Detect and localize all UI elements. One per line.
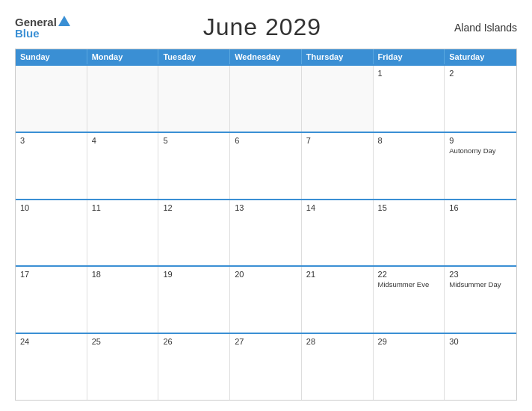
calendar-cell: 15 (374, 200, 445, 266)
calendar-cell: 3 (16, 133, 87, 199)
calendar-cell: 24 (16, 334, 87, 400)
day-number: 16 (449, 203, 512, 212)
calendar-cell: 9Autonomy Day (445, 133, 516, 199)
week-row-2: 3456789Autonomy Day (16, 132, 516, 199)
logo-triangle-icon (58, 16, 70, 26)
calendar-cell: 6 (230, 133, 302, 199)
day-number: 19 (163, 270, 225, 279)
day-number: 9 (449, 136, 512, 145)
calendar-cell: 29 (374, 334, 445, 400)
calendar-cell: 27 (230, 334, 302, 400)
day-number: 10 (20, 203, 82, 212)
calendar-cell: 11 (87, 200, 159, 266)
calendar-cell: 13 (230, 200, 302, 266)
calendar-cell: 20 (230, 267, 302, 333)
day-number: 26 (163, 337, 225, 346)
day-number: 8 (378, 136, 440, 145)
calendar-cell: 19 (158, 267, 230, 333)
calendar-cell: 4 (87, 133, 159, 199)
calendar-cell: 22Midsummer Eve (374, 267, 445, 333)
calendar-cell: 16 (445, 200, 516, 266)
day-number: 7 (306, 136, 368, 145)
header-day-tuesday: Tuesday (158, 49, 230, 64)
calendar-cell: 8 (374, 133, 445, 199)
calendar-cell (158, 66, 230, 132)
calendar-cell: 26 (158, 334, 230, 400)
day-number: 2 (449, 69, 512, 78)
day-number: 20 (235, 270, 297, 279)
calendar-header-row: SundayMondayTuesdayWednesdayThursdayFrid… (16, 49, 516, 64)
week-row-3: 10111213141516 (16, 199, 516, 266)
event-label: Midsummer Day (449, 280, 512, 289)
calendar-cell: 5 (158, 133, 230, 199)
logo: General Blue (15, 16, 70, 39)
day-number: 12 (163, 203, 225, 212)
calendar-cell (16, 66, 87, 132)
week-row-4: 171819202122Midsummer Eve23Midsummer Day (16, 265, 516, 333)
logo-blue-text: Blue (15, 28, 70, 39)
day-number: 22 (378, 270, 440, 279)
calendar-cell (87, 66, 159, 132)
day-number: 15 (378, 203, 440, 212)
calendar-cell: 25 (87, 334, 159, 400)
calendar-cell: 14 (302, 200, 374, 266)
day-number: 4 (92, 136, 154, 145)
calendar-cell: 30 (445, 334, 516, 400)
header-day-saturday: Saturday (445, 49, 516, 64)
day-number: 24 (20, 337, 82, 346)
calendar-cell: 17 (16, 267, 87, 333)
calendar-cell: 7 (302, 133, 374, 199)
day-number: 1 (378, 69, 440, 78)
header-day-thursday: Thursday (302, 49, 374, 64)
calendar-grid: SundayMondayTuesdayWednesdayThursdayFrid… (15, 49, 517, 401)
header-day-friday: Friday (374, 49, 445, 64)
day-number: 5 (163, 136, 225, 145)
day-number: 23 (449, 270, 512, 279)
calendar-cell (230, 66, 302, 132)
day-number: 29 (378, 337, 440, 346)
day-number: 28 (306, 337, 368, 346)
day-number: 6 (235, 136, 297, 145)
logo-general-text: General (15, 16, 57, 28)
week-row-1: 12 (16, 64, 516, 132)
header-day-monday: Monday (87, 49, 159, 64)
day-number: 25 (92, 337, 154, 346)
calendar-title: June 2029 (203, 13, 321, 41)
region-label: Aland Islands (454, 22, 517, 34)
calendar-cell: 12 (158, 200, 230, 266)
calendar-body: 123456789Autonomy Day1011121314151617181… (16, 64, 516, 400)
week-row-5: 24252627282930 (16, 333, 516, 400)
day-number: 30 (449, 337, 512, 346)
day-number: 27 (235, 337, 297, 346)
page-header: General Blue June 2029 Aland Islands (15, 13, 517, 41)
calendar-cell: 21 (302, 267, 374, 333)
calendar-cell: 1 (374, 66, 445, 132)
calendar-cell: 10 (16, 200, 87, 266)
calendar-page: General Blue June 2029 Aland Islands Sun… (0, 0, 532, 411)
calendar-cell: 2 (445, 66, 516, 132)
day-number: 13 (235, 203, 297, 212)
day-number: 3 (20, 136, 82, 145)
day-number: 18 (92, 270, 154, 279)
day-number: 14 (306, 203, 368, 212)
event-label: Midsummer Eve (378, 280, 440, 289)
calendar-cell (302, 66, 374, 132)
calendar-cell: 23Midsummer Day (445, 267, 516, 333)
day-number: 17 (20, 270, 82, 279)
calendar-cell: 18 (87, 267, 159, 333)
header-day-wednesday: Wednesday (230, 49, 302, 64)
header-day-sunday: Sunday (16, 49, 87, 64)
day-number: 21 (306, 270, 368, 279)
calendar-cell: 28 (302, 334, 374, 400)
day-number: 11 (92, 203, 154, 212)
event-label: Autonomy Day (449, 146, 512, 155)
